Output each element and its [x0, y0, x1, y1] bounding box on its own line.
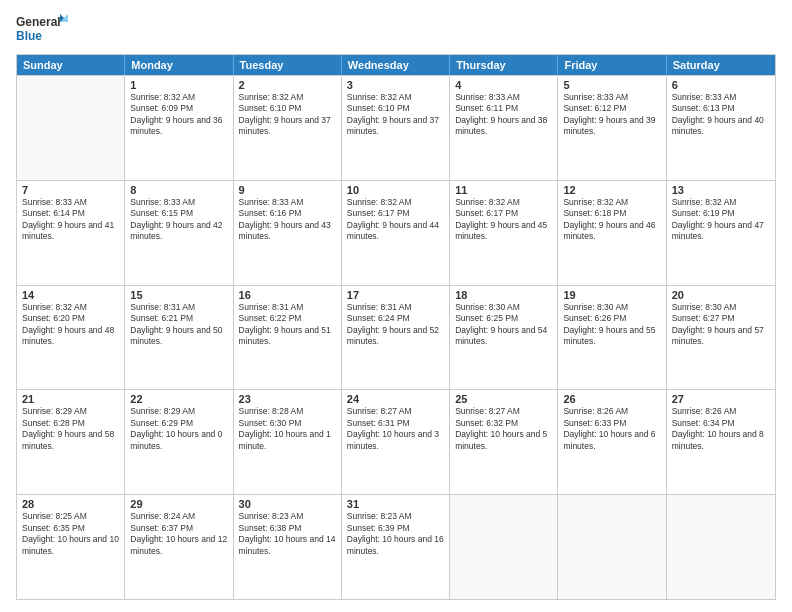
day-info: Sunrise: 8:32 AMSunset: 6:17 PMDaylight:…: [347, 197, 444, 243]
day-info: Sunrise: 8:24 AMSunset: 6:37 PMDaylight:…: [130, 511, 227, 557]
calendar-day-11: 11 Sunrise: 8:32 AMSunset: 6:17 PMDaylig…: [450, 181, 558, 285]
calendar-day-19: 19 Sunrise: 8:30 AMSunset: 6:26 PMDaylig…: [558, 286, 666, 390]
calendar-week-5: 28 Sunrise: 8:25 AMSunset: 6:35 PMDaylig…: [17, 494, 775, 599]
calendar-day-17: 17 Sunrise: 8:31 AMSunset: 6:24 PMDaylig…: [342, 286, 450, 390]
day-info: Sunrise: 8:33 AMSunset: 6:13 PMDaylight:…: [672, 92, 770, 138]
calendar-day-29: 29 Sunrise: 8:24 AMSunset: 6:37 PMDaylig…: [125, 495, 233, 599]
calendar-day-8: 8 Sunrise: 8:33 AMSunset: 6:15 PMDayligh…: [125, 181, 233, 285]
day-number: 28: [22, 498, 119, 510]
day-number: 13: [672, 184, 770, 196]
calendar-day-22: 22 Sunrise: 8:29 AMSunset: 6:29 PMDaylig…: [125, 390, 233, 494]
day-number: 23: [239, 393, 336, 405]
calendar-day-20: 20 Sunrise: 8:30 AMSunset: 6:27 PMDaylig…: [667, 286, 775, 390]
day-info: Sunrise: 8:33 AMSunset: 6:16 PMDaylight:…: [239, 197, 336, 243]
calendar-header: SundayMondayTuesdayWednesdayThursdayFrid…: [17, 55, 775, 75]
calendar-day-23: 23 Sunrise: 8:28 AMSunset: 6:30 PMDaylig…: [234, 390, 342, 494]
calendar-day-14: 14 Sunrise: 8:32 AMSunset: 6:20 PMDaylig…: [17, 286, 125, 390]
page-header: General Blue: [16, 12, 776, 48]
day-info: Sunrise: 8:32 AMSunset: 6:10 PMDaylight:…: [347, 92, 444, 138]
day-number: 1: [130, 79, 227, 91]
calendar-day-5: 5 Sunrise: 8:33 AMSunset: 6:12 PMDayligh…: [558, 76, 666, 180]
calendar-day-9: 9 Sunrise: 8:33 AMSunset: 6:16 PMDayligh…: [234, 181, 342, 285]
day-number: 12: [563, 184, 660, 196]
calendar-week-1: 1 Sunrise: 8:32 AMSunset: 6:09 PMDayligh…: [17, 75, 775, 180]
header-day-thursday: Thursday: [450, 55, 558, 75]
day-number: 21: [22, 393, 119, 405]
calendar-day-7: 7 Sunrise: 8:33 AMSunset: 6:14 PMDayligh…: [17, 181, 125, 285]
day-info: Sunrise: 8:23 AMSunset: 6:39 PMDaylight:…: [347, 511, 444, 557]
day-number: 16: [239, 289, 336, 301]
day-number: 5: [563, 79, 660, 91]
day-info: Sunrise: 8:31 AMSunset: 6:22 PMDaylight:…: [239, 302, 336, 348]
day-number: 20: [672, 289, 770, 301]
day-number: 6: [672, 79, 770, 91]
day-number: 10: [347, 184, 444, 196]
calendar-day-15: 15 Sunrise: 8:31 AMSunset: 6:21 PMDaylig…: [125, 286, 233, 390]
svg-text:Blue: Blue: [16, 29, 42, 43]
header-day-friday: Friday: [558, 55, 666, 75]
calendar-day-empty: [558, 495, 666, 599]
day-number: 17: [347, 289, 444, 301]
day-number: 3: [347, 79, 444, 91]
day-info: Sunrise: 8:30 AMSunset: 6:26 PMDaylight:…: [563, 302, 660, 348]
day-info: Sunrise: 8:26 AMSunset: 6:33 PMDaylight:…: [563, 406, 660, 452]
calendar-day-26: 26 Sunrise: 8:26 AMSunset: 6:33 PMDaylig…: [558, 390, 666, 494]
calendar-day-6: 6 Sunrise: 8:33 AMSunset: 6:13 PMDayligh…: [667, 76, 775, 180]
day-number: 31: [347, 498, 444, 510]
day-number: 14: [22, 289, 119, 301]
calendar-body: 1 Sunrise: 8:32 AMSunset: 6:09 PMDayligh…: [17, 75, 775, 599]
day-info: Sunrise: 8:30 AMSunset: 6:27 PMDaylight:…: [672, 302, 770, 348]
day-info: Sunrise: 8:33 AMSunset: 6:11 PMDaylight:…: [455, 92, 552, 138]
day-info: Sunrise: 8:32 AMSunset: 6:10 PMDaylight:…: [239, 92, 336, 138]
calendar-day-empty: [667, 495, 775, 599]
day-info: Sunrise: 8:32 AMSunset: 6:19 PMDaylight:…: [672, 197, 770, 243]
day-info: Sunrise: 8:33 AMSunset: 6:14 PMDaylight:…: [22, 197, 119, 243]
calendar-day-31: 31 Sunrise: 8:23 AMSunset: 6:39 PMDaylig…: [342, 495, 450, 599]
day-number: 19: [563, 289, 660, 301]
calendar-day-24: 24 Sunrise: 8:27 AMSunset: 6:31 PMDaylig…: [342, 390, 450, 494]
calendar-day-10: 10 Sunrise: 8:32 AMSunset: 6:17 PMDaylig…: [342, 181, 450, 285]
logo-icon: General Blue: [16, 12, 68, 48]
calendar-day-2: 2 Sunrise: 8:32 AMSunset: 6:10 PMDayligh…: [234, 76, 342, 180]
day-number: 27: [672, 393, 770, 405]
calendar-week-4: 21 Sunrise: 8:29 AMSunset: 6:28 PMDaylig…: [17, 389, 775, 494]
day-info: Sunrise: 8:32 AMSunset: 6:09 PMDaylight:…: [130, 92, 227, 138]
day-info: Sunrise: 8:32 AMSunset: 6:20 PMDaylight:…: [22, 302, 119, 348]
day-info: Sunrise: 8:26 AMSunset: 6:34 PMDaylight:…: [672, 406, 770, 452]
day-number: 9: [239, 184, 336, 196]
calendar: SundayMondayTuesdayWednesdayThursdayFrid…: [16, 54, 776, 600]
calendar-day-empty: [17, 76, 125, 180]
calendar-day-28: 28 Sunrise: 8:25 AMSunset: 6:35 PMDaylig…: [17, 495, 125, 599]
day-number: 4: [455, 79, 552, 91]
calendar-day-25: 25 Sunrise: 8:27 AMSunset: 6:32 PMDaylig…: [450, 390, 558, 494]
day-number: 7: [22, 184, 119, 196]
header-day-wednesday: Wednesday: [342, 55, 450, 75]
day-info: Sunrise: 8:33 AMSunset: 6:12 PMDaylight:…: [563, 92, 660, 138]
calendar-day-16: 16 Sunrise: 8:31 AMSunset: 6:22 PMDaylig…: [234, 286, 342, 390]
calendar-day-12: 12 Sunrise: 8:32 AMSunset: 6:18 PMDaylig…: [558, 181, 666, 285]
calendar-week-3: 14 Sunrise: 8:32 AMSunset: 6:20 PMDaylig…: [17, 285, 775, 390]
day-info: Sunrise: 8:25 AMSunset: 6:35 PMDaylight:…: [22, 511, 119, 557]
day-info: Sunrise: 8:29 AMSunset: 6:29 PMDaylight:…: [130, 406, 227, 452]
day-number: 2: [239, 79, 336, 91]
svg-text:General: General: [16, 15, 61, 29]
day-number: 29: [130, 498, 227, 510]
day-number: 30: [239, 498, 336, 510]
day-info: Sunrise: 8:27 AMSunset: 6:32 PMDaylight:…: [455, 406, 552, 452]
day-number: 25: [455, 393, 552, 405]
day-number: 15: [130, 289, 227, 301]
header-day-sunday: Sunday: [17, 55, 125, 75]
calendar-day-18: 18 Sunrise: 8:30 AMSunset: 6:25 PMDaylig…: [450, 286, 558, 390]
day-number: 26: [563, 393, 660, 405]
header-day-saturday: Saturday: [667, 55, 775, 75]
day-number: 24: [347, 393, 444, 405]
header-day-monday: Monday: [125, 55, 233, 75]
day-info: Sunrise: 8:29 AMSunset: 6:28 PMDaylight:…: [22, 406, 119, 452]
day-info: Sunrise: 8:31 AMSunset: 6:24 PMDaylight:…: [347, 302, 444, 348]
calendar-week-2: 7 Sunrise: 8:33 AMSunset: 6:14 PMDayligh…: [17, 180, 775, 285]
day-info: Sunrise: 8:30 AMSunset: 6:25 PMDaylight:…: [455, 302, 552, 348]
day-info: Sunrise: 8:32 AMSunset: 6:18 PMDaylight:…: [563, 197, 660, 243]
day-info: Sunrise: 8:23 AMSunset: 6:38 PMDaylight:…: [239, 511, 336, 557]
day-info: Sunrise: 8:31 AMSunset: 6:21 PMDaylight:…: [130, 302, 227, 348]
day-number: 18: [455, 289, 552, 301]
